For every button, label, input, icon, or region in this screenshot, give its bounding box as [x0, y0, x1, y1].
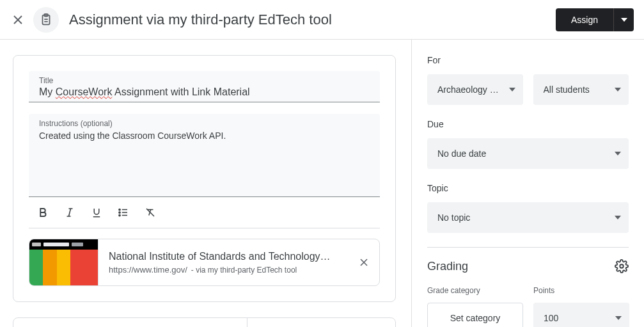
svg-point-10: [119, 209, 120, 210]
underline-icon: [91, 207, 102, 218]
clear-format-icon: [145, 207, 156, 218]
main-content-pane: Title My CourseWork Assignment with Link…: [0, 40, 412, 327]
topic-label: Topic: [427, 183, 629, 193]
bold-button[interactable]: [34, 203, 52, 221]
attachment-card[interactable]: National Institute of Standards and Tech…: [29, 239, 380, 286]
attachment-text: National Institute of Standards and Tech…: [98, 246, 349, 280]
list-icon: [118, 207, 129, 218]
for-section: For Archaeology … All students: [427, 55, 629, 105]
page-title: Assignment via my third-party EdTech too…: [69, 12, 556, 28]
grade-category-label: Grade category: [427, 286, 523, 295]
assignment-icon: [39, 13, 53, 27]
for-label: For: [427, 55, 629, 65]
bullet-list-button[interactable]: [114, 203, 132, 221]
bold-icon: [37, 207, 49, 218]
points-select[interactable]: 100: [533, 303, 629, 327]
instructions-input[interactable]: Created using the Classroom CourseWork A…: [39, 128, 370, 141]
topic-select[interactable]: No topic: [427, 202, 629, 233]
svg-point-11: [119, 212, 120, 213]
title-field[interactable]: Title My CourseWork Assignment with Link…: [29, 71, 380, 102]
set-category-button[interactable]: Set category: [427, 303, 523, 327]
instructions-label: Instructions (optional): [39, 119, 370, 128]
attachment-url: https://www.time.gov/: [109, 265, 187, 275]
assign-button[interactable]: Assign: [556, 8, 613, 31]
grading-row: Grade category Set category Points 100: [427, 286, 629, 327]
attachment-title: National Institute of Standards and Tech…: [109, 251, 338, 262]
points-label: Points: [533, 286, 629, 295]
assignment-type-icon-wrap: [33, 7, 59, 33]
caret-down-icon: [615, 216, 621, 219]
settings-pane: For Archaeology … All students Due No du…: [412, 40, 644, 327]
gear-icon: [615, 259, 629, 273]
svg-point-21: [620, 264, 624, 268]
caret-down-icon: [615, 316, 622, 320]
caret-down-icon: [509, 88, 515, 92]
italic-icon: [64, 207, 75, 218]
italic-button[interactable]: [61, 203, 79, 221]
assignment-card: Title My CourseWork Assignment with Link…: [13, 55, 396, 302]
spellcheck-wavy: CourseWork: [56, 86, 113, 97]
format-toolbar: [29, 197, 380, 228]
clear-format-button[interactable]: [141, 203, 159, 221]
caret-down-icon: [621, 18, 627, 22]
caret-down-icon: [615, 152, 621, 156]
instructions-field[interactable]: Instructions (optional) Created using th…: [29, 114, 380, 197]
close-icon: [10, 12, 26, 28]
class-select[interactable]: Archaeology …: [427, 74, 523, 105]
assign-button-group: Assign: [556, 8, 634, 31]
attachment-via: - via my third-party EdTech tool: [191, 266, 297, 275]
grading-settings-button[interactable]: [615, 259, 629, 273]
header-bar: Assignment via my third-party EdTech too…: [0, 0, 644, 40]
caret-down-icon: [615, 88, 621, 92]
title-input[interactable]: My CourseWork Assignment with Link Mater…: [39, 85, 370, 98]
close-icon: [357, 256, 370, 269]
svg-line-8: [69, 209, 71, 216]
divider: [427, 247, 629, 248]
due-date-select[interactable]: No due date: [427, 138, 629, 169]
title-label: Title: [39, 76, 370, 85]
secondary-card: [13, 317, 396, 327]
due-label: Due: [427, 119, 629, 129]
assign-dropdown-button[interactable]: [613, 8, 634, 31]
remove-attachment-button[interactable]: [349, 256, 379, 269]
grading-header: Grading: [427, 259, 629, 273]
due-section: Due No due date: [427, 119, 629, 169]
grading-title: Grading: [427, 260, 468, 273]
svg-point-12: [119, 214, 120, 216]
close-button[interactable]: [3, 4, 33, 35]
attachment-thumbnail: [29, 239, 98, 285]
students-select[interactable]: All students: [533, 74, 629, 105]
topic-section: Topic No topic: [427, 183, 629, 233]
underline-button[interactable]: [88, 203, 106, 221]
